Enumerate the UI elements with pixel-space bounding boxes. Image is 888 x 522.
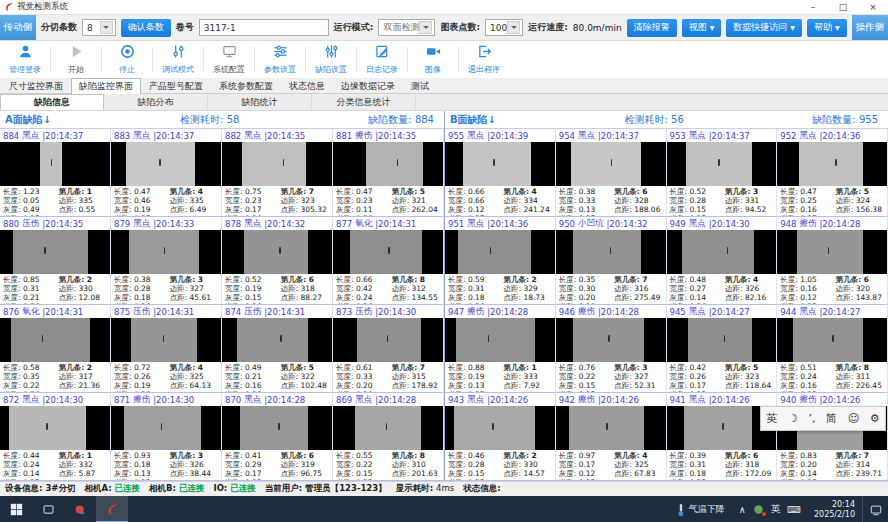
defect-image[interactable] bbox=[333, 318, 443, 362]
defect-cell[interactable]: 871擦伤|20:14:30长度: 0.93宽度: 0.18灰度: 0.13米数… bbox=[111, 393, 222, 481]
defect-cell[interactable]: 878黑点|20:14:32长度: 0.52宽度: 0.19灰度: 0.15米数… bbox=[222, 217, 333, 305]
tray-expand-chevron[interactable]: ∧ bbox=[739, 504, 746, 515]
subtab-3[interactable]: 分类信息统计 bbox=[312, 94, 416, 110]
defect-cell[interactable]: 943黑点|20:14:26长度: 0.46宽度: 0.28灰度: 0.15米数… bbox=[445, 393, 556, 481]
defect-image[interactable] bbox=[445, 318, 555, 362]
defect-image[interactable] bbox=[445, 230, 555, 274]
defect-cell[interactable]: 950小凹坑|20:14:32长度: 0.35宽度: 0.30灰度: 0.20米… bbox=[556, 217, 667, 305]
defect-image[interactable] bbox=[0, 318, 110, 362]
toolbar-button-camera[interactable]: 图像 bbox=[410, 41, 456, 78]
defect-cell[interactable]: 955黑点|20:14:39长度: 0.66宽度: 0.66灰度: 0.12米数… bbox=[445, 129, 556, 217]
minimize-button[interactable]: – bbox=[798, 0, 828, 14]
defect-image[interactable] bbox=[333, 142, 443, 186]
toolbar-button-exit[interactable]: 退出程序 bbox=[461, 41, 507, 78]
tab-0[interactable]: 尺寸监控界面 bbox=[1, 78, 71, 93]
defect-image[interactable] bbox=[556, 406, 666, 450]
defect-image[interactable] bbox=[777, 230, 887, 274]
help-menu-button[interactable]: 帮助 ▼ bbox=[807, 19, 847, 37]
ime-halfwidth-moon-icon[interactable]: ☽ bbox=[788, 412, 798, 425]
clear-alarm-button[interactable]: 清除报警 bbox=[627, 19, 677, 37]
defect-cell[interactable]: 881擦伤|20:14:35长度: 0.47宽度: 0.23灰度: 0.11米数… bbox=[333, 129, 444, 217]
tray-notification-icon[interactable] bbox=[753, 504, 764, 515]
defect-image[interactable] bbox=[777, 142, 887, 186]
defect-image[interactable] bbox=[445, 142, 555, 186]
panel-a-title[interactable]: A面缺陷↓ bbox=[5, 113, 51, 127]
ime-punctuation-toggle[interactable]: ’, bbox=[808, 412, 815, 425]
defect-cell[interactable]: 880压伤|20:14:35长度: 0.85宽度: 0.31灰度: 0.21米数… bbox=[0, 217, 111, 305]
defect-image[interactable] bbox=[556, 230, 666, 274]
tab-3[interactable]: 系统参数配置 bbox=[211, 78, 281, 93]
defect-image[interactable] bbox=[222, 142, 332, 186]
defect-cell[interactable]: 945黑点|20:14:27长度: 0.42宽度: 0.26灰度: 0.17米数… bbox=[667, 305, 778, 393]
defect-image[interactable] bbox=[222, 406, 332, 450]
defect-image[interactable] bbox=[111, 406, 221, 450]
tab-1[interactable]: 缺陷监控界面 bbox=[71, 78, 141, 94]
defect-image[interactable] bbox=[667, 230, 777, 274]
toolbar-button-params[interactable]: 参数设置 bbox=[257, 41, 303, 78]
chart-points-select[interactable]: 100 bbox=[485, 19, 523, 36]
operation-side-button[interactable]: 操作侧 bbox=[852, 15, 888, 40]
defect-image[interactable] bbox=[222, 230, 332, 274]
ime-simplified-toggle[interactable]: 简 bbox=[826, 411, 837, 426]
subtab-2[interactable]: 缺陷统计 bbox=[208, 94, 312, 110]
data-quick-access-button[interactable]: 数据快捷访问 ▼ bbox=[726, 19, 802, 37]
panel-b-title[interactable]: B面缺陷↓ bbox=[450, 113, 496, 127]
defect-cell[interactable]: 872黑点|20:14:30长度: 0.44宽度: 0.24灰度: 0.14米数… bbox=[0, 393, 111, 481]
slit-count-select[interactable]: 8 bbox=[82, 19, 116, 36]
defect-cell[interactable]: 883黑点|20:14:37长度: 0.47宽度: 0.46灰度: 0.19米数… bbox=[111, 129, 222, 217]
defect-image[interactable] bbox=[777, 318, 887, 362]
maximize-button[interactable]: □ bbox=[828, 0, 858, 14]
defect-image[interactable] bbox=[0, 406, 110, 450]
defect-cell[interactable]: 869黑点|20:14:28长度: 0.55宽度: 0.22灰度: 0.15米数… bbox=[333, 393, 444, 481]
defect-image[interactable] bbox=[556, 318, 666, 362]
defect-cell[interactable]: 944黑点|20:14:27长度: 0.51宽度: 0.24灰度: 0.16米数… bbox=[777, 305, 888, 393]
defect-cell[interactable]: 876氧化|20:14:31长度: 0.58宽度: 0.35灰度: 0.22米数… bbox=[0, 305, 111, 393]
defect-image[interactable] bbox=[111, 142, 221, 186]
tab-4[interactable]: 状态信息 bbox=[281, 78, 333, 93]
defect-cell[interactable]: 879黑点|20:14:33长度: 0.38宽度: 0.28灰度: 0.18米数… bbox=[111, 217, 222, 305]
defect-image[interactable] bbox=[222, 318, 332, 362]
defect-cell[interactable]: 954黑点|20:14:37长度: 0.38宽度: 0.33灰度: 0.13米数… bbox=[556, 129, 667, 217]
toolbar-button-stop[interactable]: 停止 bbox=[104, 41, 150, 78]
defect-image[interactable] bbox=[0, 230, 110, 274]
defect-cell[interactable]: 942擦伤|20:14:26长度: 0.97宽度: 0.17灰度: 0.12米数… bbox=[556, 393, 667, 481]
defect-image[interactable] bbox=[333, 406, 443, 450]
toolbar-button-play[interactable]: 开始 bbox=[53, 41, 99, 78]
confirm-count-button[interactable]: 确认条数 bbox=[121, 19, 171, 37]
task-view-button[interactable] bbox=[32, 496, 64, 522]
taskbar-clock[interactable]: 20:14 2025/2/10 bbox=[807, 500, 862, 520]
toolbar-button-monitor[interactable]: 系统配置 bbox=[206, 41, 252, 78]
defect-image[interactable] bbox=[667, 318, 777, 362]
tab-2[interactable]: 产品型号配置 bbox=[141, 78, 211, 93]
defect-cell[interactable]: 949黑点|20:14:30长度: 0.48宽度: 0.27灰度: 0.14米数… bbox=[667, 217, 778, 305]
toolbar-button-user[interactable]: 管理登录 bbox=[2, 41, 48, 78]
toolbar-button-defect[interactable]: 缺陷设置 bbox=[308, 41, 354, 78]
weather-widget[interactable]: 气温下降 bbox=[668, 503, 733, 517]
ime-settings-gear-icon[interactable]: ⚙ bbox=[870, 412, 880, 425]
defect-cell[interactable]: 877氧化|20:14:31长度: 0.66宽度: 0.42灰度: 0.24米数… bbox=[333, 217, 444, 305]
defect-image[interactable] bbox=[556, 142, 666, 186]
pinned-app-button[interactable] bbox=[64, 496, 96, 522]
defect-cell[interactable]: 873压伤|20:14:30长度: 0.61宽度: 0.33灰度: 0.20米数… bbox=[333, 305, 444, 393]
windows-start-button[interactable] bbox=[0, 496, 32, 522]
defect-cell[interactable]: 947擦伤|20:14:28长度: 0.88宽度: 0.19灰度: 0.13米数… bbox=[445, 305, 556, 393]
defect-cell[interactable]: 884黑点|20:14:37长度: 1.23宽度: 0.05灰度: 0.49米数… bbox=[0, 129, 111, 217]
tab-5[interactable]: 边缘数据记录 bbox=[333, 78, 403, 93]
transmission-side-button[interactable]: 传动侧 bbox=[0, 15, 36, 40]
defect-cell[interactable]: 870黑点|20:14:28长度: 0.41宽度: 0.29灰度: 0.17米数… bbox=[222, 393, 333, 481]
toolbar-button-debug[interactable]: 调试模式 bbox=[155, 41, 201, 78]
subtab-0[interactable]: 缺陷信息 bbox=[0, 94, 104, 110]
defect-cell[interactable]: 875压伤|20:14:31长度: 0.72宽度: 0.26灰度: 0.19米数… bbox=[111, 305, 222, 393]
action-center-button[interactable] bbox=[862, 496, 888, 522]
roll-number-input[interactable] bbox=[199, 19, 329, 36]
run-mode-select[interactable]: 双面检测 bbox=[378, 19, 435, 36]
tab-6[interactable]: 测试 bbox=[403, 78, 437, 93]
defect-image[interactable] bbox=[445, 406, 555, 450]
defect-image[interactable] bbox=[667, 142, 777, 186]
defect-image[interactable] bbox=[333, 230, 443, 274]
defect-cell[interactable]: 948擦伤|20:14:28长度: 1.05宽度: 0.16灰度: 0.12米数… bbox=[777, 217, 888, 305]
ime-lang-toggle[interactable]: 英 bbox=[766, 411, 777, 426]
defect-image[interactable] bbox=[0, 142, 110, 186]
view-menu-button[interactable]: 视图 ▼ bbox=[682, 19, 722, 37]
defect-cell[interactable]: 953黑点|20:14:37长度: 0.52宽度: 0.28灰度: 0.15米数… bbox=[667, 129, 778, 217]
